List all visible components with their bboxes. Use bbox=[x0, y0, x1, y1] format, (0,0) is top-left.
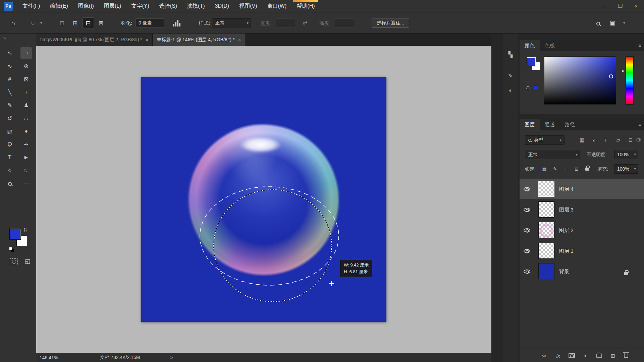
collapse-toolbar-icon[interactable]: « bbox=[3, 35, 6, 40]
pen-tool[interactable]: ✒ bbox=[20, 139, 32, 150]
menu-item-3d[interactable]: 3D(D) bbox=[210, 0, 234, 12]
canvas-viewport[interactable]: W: 9.42 厘米 H: 6.81 厘米 bbox=[36, 46, 491, 353]
libraries-panel-icon[interactable]: ▚ bbox=[505, 49, 516, 59]
menu-item-help[interactable]: 帮助(H) bbox=[291, 0, 320, 12]
lock-image-pixels-icon[interactable]: ✎ bbox=[551, 164, 559, 174]
visibility-toggle[interactable] bbox=[520, 199, 534, 220]
elliptical-marquee-tool[interactable]: ◌ bbox=[20, 47, 32, 59]
close-tab-icon[interactable]: × bbox=[238, 37, 241, 43]
color-marker[interactable] bbox=[609, 74, 613, 78]
hand-tool[interactable]: ☞ bbox=[20, 165, 32, 176]
zoom-tool[interactable] bbox=[4, 178, 15, 189]
swap-width-height-icon[interactable]: ⇄ bbox=[303, 12, 307, 34]
menu-item-image[interactable]: 图像(I) bbox=[73, 0, 99, 12]
layer-row-3[interactable]: 图层 3 bbox=[520, 199, 644, 220]
foreground-color-swatch[interactable] bbox=[10, 229, 20, 239]
lasso-tool[interactable]: ∿ bbox=[4, 60, 15, 72]
tab-paths[interactable]: 路径 bbox=[560, 119, 580, 130]
search-icon[interactable] bbox=[596, 21, 600, 26]
menu-item-view[interactable]: 视图(V) bbox=[234, 0, 262, 12]
tab-channels[interactable]: 通道 bbox=[540, 119, 560, 130]
filter-type-layers-icon[interactable]: T bbox=[601, 135, 611, 145]
blend-mode-dropdown[interactable]: 正常 ▾ bbox=[525, 150, 580, 159]
workspace-icon[interactable]: ▣ bbox=[610, 12, 615, 34]
visibility-toggle[interactable] bbox=[520, 220, 534, 240]
tool-preset-icon[interactable]: ◌ bbox=[31, 12, 35, 34]
status-chevron-icon[interactable]: > bbox=[140, 355, 173, 360]
lock-artboard-icon[interactable]: ⊡ bbox=[573, 164, 581, 174]
quick-mask-button[interactable] bbox=[10, 258, 18, 265]
screen-mode-icon[interactable]: ◱ bbox=[25, 258, 30, 265]
document-canvas[interactable]: W: 9.42 厘米 H: 6.81 厘米 bbox=[141, 77, 386, 322]
new-layer-icon[interactable]: ⊞ bbox=[608, 349, 618, 362]
default-colors-icon[interactable] bbox=[9, 247, 14, 252]
eraser-tool[interactable]: ▱ bbox=[20, 113, 32, 124]
home-icon[interactable]: ⌂ bbox=[11, 12, 15, 34]
gamut-swatch[interactable] bbox=[534, 86, 538, 90]
layer-thumbnail[interactable] bbox=[538, 222, 554, 238]
height-input[interactable] bbox=[335, 18, 354, 27]
layer-row-background[interactable]: 背景 bbox=[520, 261, 644, 282]
visibility-toggle[interactable] bbox=[520, 241, 534, 261]
zoom-level[interactable]: 146.41% bbox=[36, 353, 63, 362]
new-selection-button[interactable]: □ bbox=[56, 17, 68, 29]
visibility-toggle[interactable] bbox=[520, 179, 534, 199]
edit-toolbar-icon[interactable]: ⋯ bbox=[20, 178, 32, 189]
eyedropper-tool[interactable]: ╲ bbox=[4, 86, 15, 98]
add-to-selection-button[interactable]: ⊞ bbox=[69, 17, 81, 29]
blur-tool[interactable]: ♦ bbox=[20, 126, 32, 137]
move-tool[interactable]: ↖ bbox=[4, 47, 15, 59]
layer-thumbnail[interactable] bbox=[538, 263, 554, 279]
dodge-tool[interactable]: Ϙ bbox=[4, 139, 15, 150]
layer-thumbnail[interactable] bbox=[538, 201, 554, 218]
style-dropdown[interactable]: 正常 ▾ bbox=[212, 18, 251, 27]
layer-row-1[interactable]: 图层 1 bbox=[520, 241, 644, 261]
tab-layers[interactable]: 图层 bbox=[520, 119, 540, 130]
tool-preset-chevron-icon[interactable]: ▾ bbox=[40, 12, 42, 34]
add-mask-icon[interactable] bbox=[567, 349, 577, 362]
delete-layer-icon[interactable] bbox=[621, 349, 631, 362]
lock-position-icon[interactable]: + bbox=[562, 164, 570, 174]
history-brush-tool[interactable]: ↺ bbox=[4, 113, 15, 124]
menu-item-edit[interactable]: 编辑(E) bbox=[45, 0, 73, 12]
visibility-toggle[interactable] bbox=[520, 261, 534, 282]
panel-menu-icon[interactable]: ≡ bbox=[638, 119, 641, 130]
ellipse-tool[interactable]: ○ bbox=[4, 165, 15, 176]
document-tab-active[interactable]: 未标题-1 @ 146% (图层 4, RGB/8#) * × bbox=[153, 34, 245, 46]
minimize-button[interactable]: — bbox=[597, 0, 612, 12]
new-group-icon[interactable] bbox=[594, 349, 604, 362]
intersect-selection-button[interactable]: ⊠ bbox=[95, 17, 107, 29]
menu-item-layer[interactable]: 图层(L) bbox=[99, 0, 126, 12]
layer-row-4[interactable]: 图层 4 bbox=[520, 179, 644, 199]
layer-thumbnail[interactable] bbox=[538, 181, 554, 197]
filter-toggle[interactable] bbox=[636, 138, 641, 141]
brush-tool[interactable]: ✎ bbox=[4, 100, 15, 111]
path-selection-tool[interactable]: ► bbox=[20, 152, 32, 163]
layer-thumbnail[interactable] bbox=[538, 243, 554, 259]
adjustment-layer-icon[interactable]: ◐ bbox=[581, 349, 591, 362]
type-tool[interactable]: T bbox=[4, 152, 15, 163]
anti-alias-icon[interactable] bbox=[173, 20, 180, 26]
close-button[interactable]: × bbox=[628, 0, 644, 12]
menu-item-type[interactable]: 文字(Y) bbox=[126, 0, 154, 12]
frame-tool[interactable]: ⊠ bbox=[20, 73, 32, 85]
layer-filter-dropdown[interactable]: 类型 ▾ bbox=[525, 135, 565, 145]
layer-row-2[interactable]: 图层 2 bbox=[520, 220, 644, 240]
adjustments-panel-icon[interactable]: ◐ bbox=[505, 85, 516, 96]
fill-value-dropdown[interactable]: 100% ▾ bbox=[614, 164, 638, 174]
select-and-mask-button[interactable]: 选择并遮住... bbox=[372, 18, 409, 28]
link-layers-icon[interactable]: ∞ bbox=[539, 349, 549, 362]
maximize-button[interactable]: ❐ bbox=[612, 0, 628, 12]
document-tab-inactive[interactable]: timgNW606KPL.jpg @ 80.7% (图层 2, RGB/8#) … bbox=[36, 34, 153, 46]
menu-item-window[interactable]: 窗口(W) bbox=[262, 0, 292, 12]
saturation-brightness-box[interactable] bbox=[544, 56, 616, 105]
gamut-warning-icon[interactable]: ⚠ bbox=[526, 84, 530, 90]
healing-brush-tool[interactable]: + bbox=[20, 86, 32, 98]
filter-adjustment-layers-icon[interactable]: ◐ bbox=[589, 135, 599, 145]
filter-pixel-layers-icon[interactable]: ▦ bbox=[577, 135, 587, 145]
subtract-from-selection-button[interactable]: ⊟ bbox=[83, 17, 94, 29]
tab-swatches[interactable]: 色板 bbox=[540, 40, 560, 51]
tab-color[interactable]: 颜色 bbox=[520, 40, 540, 51]
gradient-tool[interactable]: ▧ bbox=[4, 126, 15, 137]
clone-stamp-tool[interactable]: ♟ bbox=[20, 100, 32, 111]
